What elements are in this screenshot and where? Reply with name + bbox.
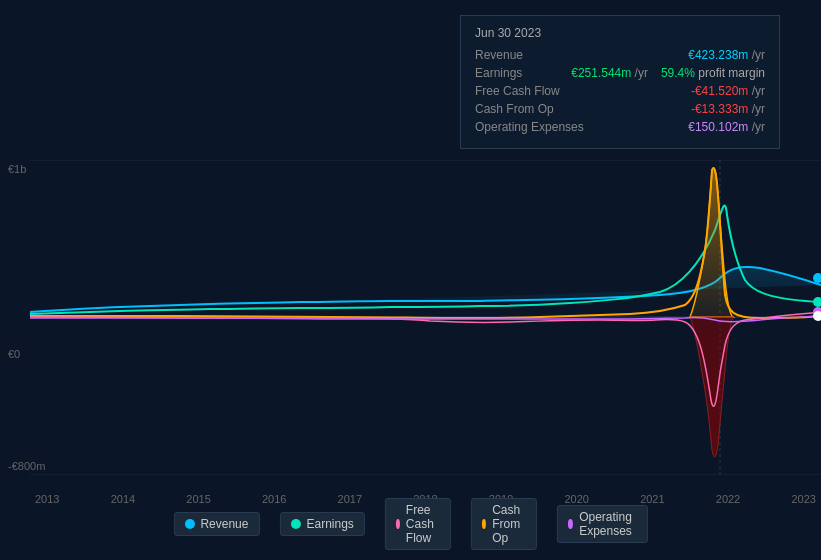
x-label-2022: 2022	[716, 493, 740, 505]
svg-point-5	[813, 297, 821, 307]
legend-dot-opex	[568, 519, 573, 529]
tooltip-value-opex: €150.102m /yr	[688, 120, 765, 134]
tooltip-row-opex: Operating Expenses €150.102m /yr	[475, 120, 765, 134]
tooltip-value-revenue: €423.238m /yr	[688, 48, 765, 62]
tooltip-value-earnings: €251.544m /yr	[571, 66, 648, 80]
tooltip-date: Jun 30 2023	[475, 26, 765, 40]
legend-cashfromop[interactable]: Cash From Op	[471, 498, 537, 550]
x-label-2023: 2023	[791, 493, 815, 505]
tooltip-label-cashfromop: Cash From Op	[475, 102, 554, 116]
svg-point-4	[813, 273, 821, 283]
tooltip-label-earnings: Earnings	[475, 66, 522, 80]
legend-dot-cashfromop	[482, 519, 486, 529]
legend-dot-earnings	[290, 519, 300, 529]
y-label-top: €1b	[8, 163, 26, 175]
legend-fcf[interactable]: Free Cash Flow	[385, 498, 451, 550]
chart-svg	[30, 160, 821, 475]
tooltip-row-cashfromop: Cash From Op -€13.333m /yr	[475, 102, 765, 116]
tooltip-row-earnings: Earnings €251.544m /yr 59.4% profit marg…	[475, 66, 765, 80]
legend-revenue[interactable]: Revenue	[173, 512, 259, 536]
legend-opex[interactable]: Operating Expenses	[557, 505, 648, 543]
tooltip-label-fcf: Free Cash Flow	[475, 84, 560, 98]
legend-label-cashfromop: Cash From Op	[492, 503, 526, 545]
tooltip-label-opex: Operating Expenses	[475, 120, 584, 134]
legend-dot-revenue	[184, 519, 194, 529]
tooltip-box: Jun 30 2023 Revenue €423.238m /yr Earnin…	[460, 15, 780, 149]
x-label-2014: 2014	[111, 493, 135, 505]
legend-earnings[interactable]: Earnings	[279, 512, 364, 536]
tooltip-profit-margin: 59.4% profit margin	[661, 66, 765, 80]
tooltip-label-revenue: Revenue	[475, 48, 523, 62]
legend-label-opex: Operating Expenses	[579, 510, 636, 538]
tooltip-row-fcf: Free Cash Flow -€41.520m /yr	[475, 84, 765, 98]
x-label-2013: 2013	[35, 493, 59, 505]
y-label-zero: €0	[8, 348, 20, 360]
legend-dot-fcf	[396, 519, 400, 529]
legend-label-revenue: Revenue	[200, 517, 248, 531]
legend: Revenue Earnings Free Cash Flow Cash Fro…	[173, 498, 647, 550]
legend-label-earnings: Earnings	[306, 517, 353, 531]
tooltip-value-fcf: -€41.520m /yr	[691, 84, 765, 98]
tooltip-value-cashfromop: -€13.333m /yr	[691, 102, 765, 116]
tooltip-row-revenue: Revenue €423.238m /yr	[475, 48, 765, 62]
legend-label-fcf: Free Cash Flow	[406, 503, 440, 545]
